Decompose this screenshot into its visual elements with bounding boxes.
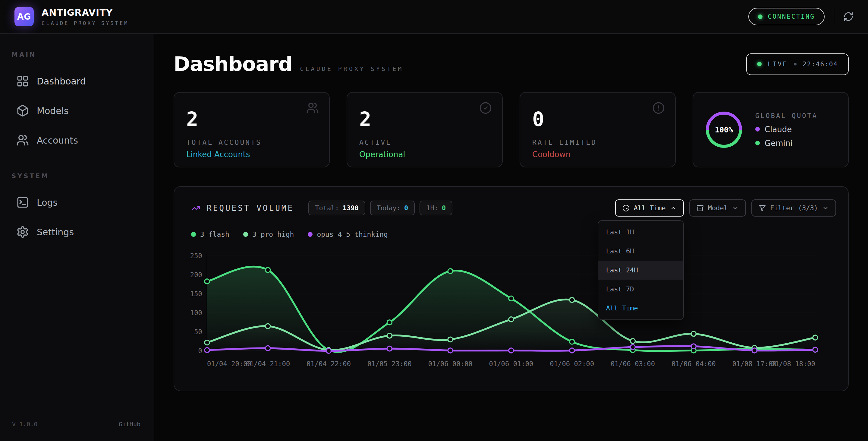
button-label: All Time [634,204,666,212]
legend-item-3-flash: 3-flash [191,231,229,238]
top-bar: AG ANTIGRAVITY CLAUDE PROXY SYSTEM CONNE… [0,0,868,34]
stat-value: 0 [532,110,663,129]
sidebar-section: MAINDashboardModelsAccounts [0,51,154,155]
menu-item-all-time[interactable]: All Time [598,299,683,318]
data-point [509,348,514,353]
sidebar-section: SYSTEMLogsSettings [0,173,154,247]
data-point [569,348,575,353]
quota-legend-label: Gemini [765,139,792,148]
stat-label: TOTAL ACCOUNTS [186,139,317,146]
svg-text:250: 250 [190,252,202,260]
data-point [813,347,818,352]
legend-dot-icon [308,232,313,237]
sidebar-item-logs[interactable]: Logs [0,187,154,217]
data-point [266,268,270,272]
version-label: V 1.0.0 [12,420,37,428]
app-logo: AG [14,7,34,26]
panel-title: REQUEST VOLUME [207,204,294,213]
data-point [205,279,210,284]
data-point [266,346,270,351]
data-point [752,348,757,353]
data-point [569,339,575,344]
live-label: LIVE [768,61,788,68]
svg-text:200: 200 [190,271,202,279]
menu-item-last-1h[interactable]: Last 1H [598,223,683,242]
data-point [509,317,514,322]
chevron-down-icon [732,205,739,211]
svg-text:01/04 22:00: 01/04 22:00 [307,360,351,368]
data-point [569,297,575,302]
sidebar-item-models[interactable]: Models [0,96,154,125]
stat-sublabel: Linked Accounts [186,150,317,159]
live-clock: 22:46:04 [803,61,838,68]
sidebar-item-settings[interactable]: Settings [0,217,154,247]
svg-text:01/05 23:00: 01/05 23:00 [367,360,412,368]
stat-label: ACTIVE [359,139,490,146]
global-quota-card: 100% GLOBAL QUOTA ClaudeGemini [692,92,849,168]
chart-legend: 3-flash3-pro-highopus-4-5-thinking [174,231,848,238]
live-dot-icon [757,62,762,66]
svg-text:01/04 21:00: 01/04 21:00 [246,360,290,368]
svg-text:01/06 01:00: 01/06 01:00 [489,360,533,368]
main-content: Dashboard CLAUDE PROXY SYSTEM LIVE 22:46… [154,34,868,441]
badge-label: 1H: [426,204,438,212]
stat-sublabel: Cooldown [532,150,663,159]
volume-badge: Today:0 [370,201,415,215]
menu-item-last-7d[interactable]: Last 7D [598,280,683,299]
badge-label: Today: [377,204,401,212]
sidebar: MAINDashboardModelsAccountsSYSTEMLogsSet… [0,34,154,441]
svg-text:50: 50 [194,328,202,336]
legend-label: 3-pro-high [252,231,294,238]
data-point [691,344,696,349]
page-title: Dashboard [174,53,292,76]
legend-dot-icon [755,141,760,145]
github-link[interactable]: GitHub [119,420,141,428]
svg-text:01/08 17:00: 01/08 17:00 [733,360,777,368]
menu-item-last-24h[interactable]: Last 24H [598,261,683,280]
gear-icon [16,226,29,238]
app-root: AG ANTIGRAVITY CLAUDE PROXY SYSTEM CONNE… [0,0,868,441]
data-point [448,337,453,342]
refresh-button[interactable] [843,11,854,22]
quota-legend: ClaudeGemini [755,125,818,148]
sidebar-section-label: MAIN [11,51,154,59]
stat-card: 2ACTIVEOperational [347,92,503,168]
model-button[interactable]: Model [689,199,746,216]
data-point [630,339,635,343]
menu-item-last-6h[interactable]: Last 6H [598,242,683,261]
data-point [205,340,210,345]
time-range-button[interactable]: All Time [615,199,684,216]
legend-dot-icon [755,127,760,131]
filter-button[interactable]: Filter (3/3) [751,199,836,216]
status-label: CONNECTING [768,13,815,20]
data-point [691,331,696,336]
stat-value: 2 [186,110,317,129]
svg-text:01/06 03:00: 01/06 03:00 [611,360,655,368]
trending-up-icon [191,204,200,213]
brand: AG ANTIGRAVITY CLAUDE PROXY SYSTEM [14,7,129,26]
volume-badge: 1H:0 [420,201,453,215]
stat-sublabel: Operational [359,150,490,159]
quota-legend-label: Claude [765,125,792,134]
sidebar-nav: MAINDashboardModelsAccountsSYSTEMLogsSet… [0,51,154,264]
legend-dot-icon [191,232,196,237]
sidebar-item-label: Dashboard [37,76,86,87]
sidebar-item-dashboard[interactable]: Dashboard [0,66,154,96]
refresh-icon [843,11,854,22]
chart-controls: All TimeLast 1HLast 6HLast 24HLast 7DAll… [615,199,836,216]
cube-icon [16,105,29,117]
svg-text:0: 0 [198,347,202,355]
data-point [509,296,514,301]
svg-text:01/04 20:00: 01/04 20:00 [207,360,251,368]
app-subtitle: CLAUDE PROXY SYSTEM [41,20,129,26]
badge-value: 0 [442,204,446,212]
users-icon [306,102,319,114]
sidebar-item-label: Logs [37,197,58,208]
data-point [448,269,453,273]
legend-label: 3-flash [200,231,229,238]
connection-status-badge: CONNECTING [748,8,825,25]
svg-text:01/06 04:00: 01/06 04:00 [672,360,716,368]
stat-label: RATE LIMITED [532,139,663,146]
sidebar-item-accounts[interactable]: Accounts [0,125,154,155]
badge-label: Total: [315,204,339,212]
